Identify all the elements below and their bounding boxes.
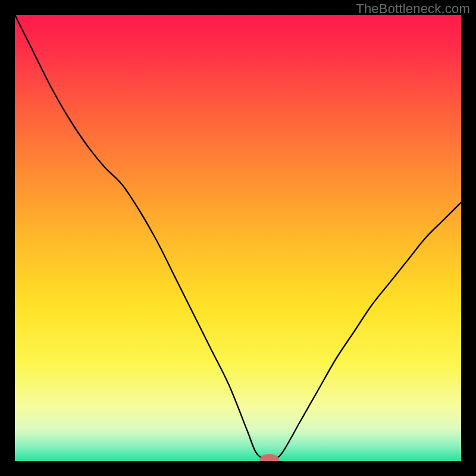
gradient-background — [15, 15, 461, 461]
chart-svg — [15, 15, 461, 461]
chart-frame: TheBottleneck.com — [0, 0, 476, 476]
plot-area — [15, 15, 461, 461]
